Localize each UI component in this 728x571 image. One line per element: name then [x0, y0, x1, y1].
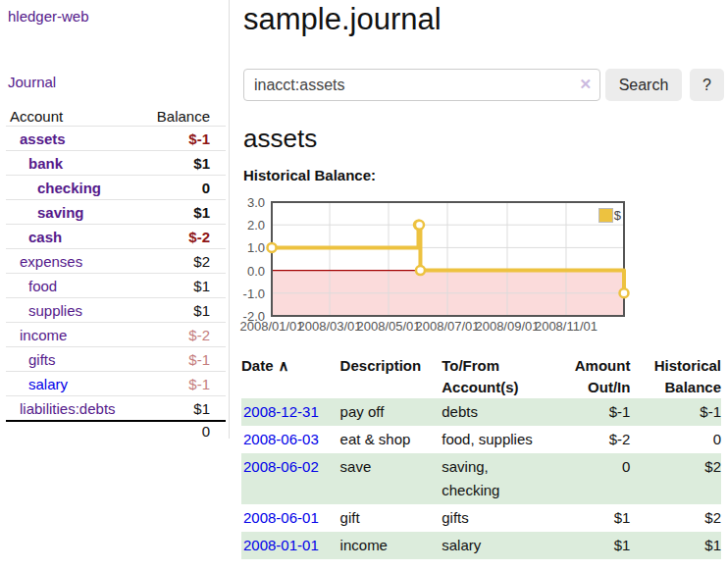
search-input[interactable] [243, 69, 600, 101]
account-link[interactable]: bank [6, 155, 63, 172]
account-balance: $1 [193, 400, 226, 417]
transaction-accounts-cell: debts [442, 398, 546, 426]
transaction-date-link[interactable]: 2008-01-01 [243, 537, 319, 553]
accounts-total-row: 0 [6, 420, 226, 440]
register-row: 2008-06-03eat & shopfood, supplies$-20 [241, 426, 721, 453]
account-balance: $-2 [188, 327, 226, 343]
description-column-header: Description [340, 351, 442, 398]
data-point [268, 243, 277, 252]
sidebar-divider [229, 0, 230, 439]
accounts-rows: assets$-1bank$1checking0saving$1cash$-2e… [6, 126, 226, 420]
sidebar: hledger-web Journal Account Balance asse… [0, 0, 229, 571]
transaction-accounts-cell: salary [442, 532, 546, 559]
account-balance: $-2 [188, 229, 226, 245]
transaction-description-cell: pay off [340, 398, 442, 426]
balance-column-header: Historical Balance [630, 351, 721, 398]
transaction-amount-cell: $-2 [546, 426, 631, 453]
account-link[interactable]: food [6, 278, 57, 294]
legend-label: $ [614, 208, 621, 223]
transaction-amount-cell: $1 [546, 504, 631, 532]
y-axis-tick-label: 0.0 [247, 263, 265, 278]
account-row: salary$-1 [6, 371, 226, 395]
register-row: 2008-06-01giftgifts$1$2 [241, 504, 721, 532]
transaction-date-link[interactable]: 2008-06-02 [243, 458, 319, 475]
transaction-date-link[interactable]: 2008-12-31 [243, 403, 319, 420]
account-link[interactable]: salary [6, 376, 68, 392]
register-row: 2008-12-31pay offdebts$-1$-1 [241, 398, 721, 426]
account-link[interactable]: checking [6, 180, 101, 196]
y-axis-tick-label: 1.0 [247, 240, 265, 255]
transaction-balance-cell: $-1 [630, 398, 721, 426]
transaction-date-link[interactable]: 2008-06-03 [243, 431, 319, 447]
account-row: expenses$2 [6, 248, 226, 273]
main-content: sample.journal ✕ Search ? assets Histori… [243, 0, 728, 571]
account-row: income$-2 [6, 322, 226, 346]
y-axis-tick-label: -1.0 [243, 286, 265, 300]
help-button[interactable]: ? [690, 69, 724, 101]
transaction-balance-cell: 0 [630, 426, 721, 453]
transaction-date-link[interactable]: 2008-06-01 [243, 509, 319, 526]
transaction-balance-cell: $1 [630, 532, 721, 559]
accounts-table: Account Balance assets$-1bank$1checking0… [6, 106, 226, 440]
account-row: liabilities:debts$1 [6, 395, 226, 420]
accounts-total-value: 0 [202, 423, 226, 440]
clear-search-icon[interactable]: ✕ [579, 76, 592, 93]
transaction-date-cell: 2008-06-03 [241, 426, 340, 453]
account-link[interactable]: supplies [6, 302, 82, 319]
transaction-description-cell: gift [340, 504, 442, 532]
account-balance: $-1 [188, 376, 226, 392]
chart-canvas [272, 202, 624, 316]
balance-column-header: Balance [157, 108, 226, 125]
account-row: gifts$-1 [6, 346, 226, 371]
transaction-description-cell: save [340, 453, 442, 504]
transaction-description-cell: income [340, 532, 442, 559]
register-row: 2008-01-01incomesalary$1$1 [241, 532, 721, 559]
account-link[interactable]: liabilities:debts [6, 400, 116, 417]
chart-plot: 3.02.01.00.0-1.0-2.02008/01/012008/03/01… [272, 202, 624, 316]
transaction-description-cell: eat & shop [340, 426, 442, 453]
x-axis-tick-label: 2008/05/01 [356, 319, 420, 334]
transaction-amount-cell: 0 [546, 453, 631, 504]
account-balance: $1 [193, 302, 226, 319]
x-axis-tick-label: 2008/09/01 [475, 319, 539, 334]
account-row: checking0 [6, 175, 226, 199]
account-link[interactable]: income [6, 327, 67, 343]
transaction-date-cell: 2008-01-01 [241, 532, 340, 559]
x-axis-tick-label: 2008/01/01 [239, 319, 303, 334]
account-balance: $-1 [188, 130, 226, 147]
data-point [415, 221, 424, 230]
data-point [620, 288, 629, 297]
transaction-date-cell: 2008-06-01 [241, 504, 340, 532]
register-table: Date∧ Description To/From Account(s) Amo… [241, 351, 721, 559]
account-row: assets$-1 [6, 126, 226, 150]
account-balance: $1 [193, 278, 226, 294]
transaction-accounts-cell: saving, checking [442, 453, 546, 504]
account-balance: $1 [193, 155, 226, 172]
x-axis-tick-label: 2008/11/01 [535, 319, 598, 334]
page-title: sample.journal [243, 2, 442, 37]
sidebar-item-journal[interactable]: Journal [8, 74, 56, 90]
historical-balance-label: Historical Balance: [243, 167, 376, 183]
transaction-balance-cell: $2 [630, 504, 721, 532]
sort-asc-icon: ∧ [279, 357, 289, 374]
date-column-header[interactable]: Date∧ [241, 351, 340, 398]
y-axis-tick-label: 3.0 [247, 195, 265, 210]
account-balance: 0 [202, 180, 226, 196]
account-link[interactable]: expenses [6, 253, 82, 270]
data-point [416, 266, 425, 275]
account-link[interactable]: gifts [6, 351, 56, 368]
search-box: ✕ [243, 69, 600, 101]
transaction-amount-cell: $1 [546, 532, 631, 559]
account-link[interactable]: assets [6, 130, 66, 147]
account-row: cash$-2 [6, 224, 226, 248]
search-button[interactable]: Search [605, 69, 682, 101]
accounts-column-header: To/From Account(s) [442, 351, 546, 398]
amount-column-header: Amount Out/In [546, 351, 631, 398]
app-title-link[interactable]: hledger-web [8, 8, 89, 25]
historical-balance-chart: 3.02.01.00.0-1.0-2.02008/01/012008/03/01… [243, 194, 655, 337]
account-row: bank$1 [6, 150, 226, 175]
account-balance: $-1 [188, 351, 226, 368]
account-link[interactable]: cash [6, 229, 62, 245]
account-link[interactable]: saving [6, 204, 84, 221]
x-axis-tick-label: 2008/07/01 [415, 319, 479, 334]
